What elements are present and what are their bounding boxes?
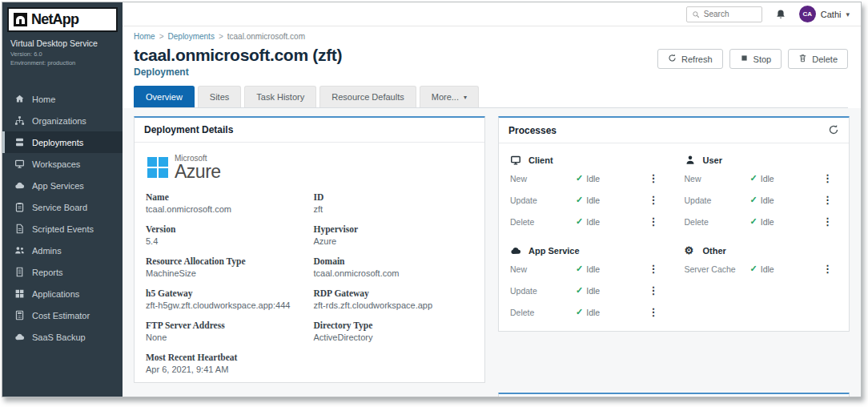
check-icon: ✓ (576, 264, 583, 274)
sidebar-item-app-services[interactable]: App Services (2, 175, 123, 196)
sidebar-item-label: Scripted Events (32, 224, 94, 234)
kebab-menu-icon[interactable]: ⋮ (644, 172, 664, 184)
chevron-down-icon: ▾ (846, 10, 850, 18)
kebab-menu-icon[interactable]: ⋮ (644, 263, 664, 275)
breadcrumb-separator: > (219, 32, 223, 41)
process-row: Update✓Idle⋮ (685, 194, 838, 206)
breadcrumb: Home > Deployments > tcaal.onmicrosoft.c… (134, 32, 848, 41)
process-group-app-service: App Service New✓Idle⋮ Update✓Idle⋮ Delet… (510, 242, 664, 328)
product-name: Virtual Desktop Service (2, 35, 123, 50)
kebab-menu-icon[interactable]: ⋮ (818, 263, 838, 275)
active-directory-group-panel: Active Directory Groupi Group Name None (498, 393, 850, 397)
kebab-menu-icon[interactable]: ⋮ (644, 216, 664, 228)
process-row: New✓Idle⋮ (685, 172, 838, 184)
field-version: Version5.4 (146, 224, 306, 246)
sidebar-item-applications[interactable]: Applications (2, 283, 123, 304)
deployment-details-title: Deployment Details (144, 124, 233, 135)
process-row: Delete✓Idle⋮ (510, 306, 664, 318)
page-header: Home > Deployments > tcaal.onmicrosoft.c… (123, 26, 861, 108)
refresh-button[interactable]: Refresh (657, 49, 723, 69)
tab-label: Sites (210, 92, 229, 102)
user-name: Cathi (821, 10, 842, 19)
processes-title: Processes (508, 125, 557, 136)
notifications-bell-icon[interactable] (775, 9, 786, 20)
cloud-icon (14, 332, 25, 342)
netapp-logo: NetApp (7, 7, 118, 32)
process-group-other: ⚙Other Server Cache✓Idle⋮ (685, 242, 838, 328)
process-row: Delete✓Idle⋮ (510, 216, 664, 228)
tab-overview[interactable]: Overview (134, 86, 195, 107)
tab-label: More... (432, 92, 459, 102)
field-rdp-gateway: RDP Gatewayzft-rds.zft.cloudworkspace.ap… (314, 288, 474, 310)
sidebar-item-label: Service Board (32, 203, 87, 212)
deployment-details-panel: Deployment Details Microsoft Azure Namet… (134, 116, 485, 383)
version-label: Version: 6.0 (2, 50, 123, 58)
sidebar-item-label: Admins (32, 246, 62, 256)
sidebar-item-admins[interactable]: Admins (2, 240, 123, 261)
processes-refresh-icon[interactable] (827, 124, 839, 136)
process-group-title: Client (528, 155, 553, 165)
refresh-icon (668, 54, 677, 64)
cloud-icon (14, 180, 25, 191)
page-subtitle: Deployment (134, 66, 342, 78)
gear-icon: ⚙ (685, 245, 696, 256)
process-group-title: Other (703, 246, 726, 256)
kebab-menu-icon[interactable]: ⋮ (644, 194, 664, 206)
stop-icon (740, 54, 749, 64)
user-menu[interactable]: CA Cathi ▾ (799, 6, 850, 22)
field-resource-allocation-type: Resource Allocation TypeMachineSize (146, 256, 306, 278)
process-row: Server Cache✓Idle⋮ (685, 263, 838, 275)
page-title: tcaal.onmicrosoft.com (zft) (134, 46, 342, 65)
tab-task-history[interactable]: Task History (244, 86, 316, 107)
process-row: New✓Idle⋮ (510, 172, 664, 184)
tab-sites[interactable]: Sites (198, 86, 241, 107)
tab-more[interactable]: More...▾ (420, 86, 479, 107)
kebab-menu-icon[interactable]: ⋮ (644, 284, 664, 296)
delete-label: Delete (812, 54, 838, 64)
organizations-icon (14, 115, 25, 126)
breadcrumb-deployments[interactable]: Deployments (168, 32, 215, 41)
breadcrumb-home[interactable]: Home (134, 32, 155, 41)
kebab-menu-icon[interactable]: ⋮ (644, 306, 664, 318)
cloud-icon (510, 245, 521, 256)
field-h5-gateway: h5 Gatewayzft-h5gw.zft.cloudworkspace.ap… (146, 288, 306, 310)
kebab-menu-icon[interactable]: ⋮ (818, 194, 838, 206)
topbar: CA Cathi ▾ (123, 2, 861, 26)
sidebar-item-organizations[interactable]: Organizations (2, 110, 123, 131)
sidebar-item-saas-backup[interactable]: SaaS Backup (2, 326, 123, 348)
process-row: Update✓Idle⋮ (510, 194, 664, 206)
page-actions: Refresh Stop Delete (657, 49, 848, 69)
processes-panel: Processes Client New✓Idle⋮ Update✓Idle⋮ … (498, 116, 850, 332)
sidebar-item-home[interactable]: Home (2, 88, 123, 110)
app-window: NetApp Virtual Desktop Service Version: … (2, 2, 862, 397)
avatar: CA (799, 6, 816, 22)
search-input[interactable] (704, 10, 760, 18)
check-icon: ✓ (750, 173, 757, 183)
kebab-menu-icon[interactable]: ⋮ (818, 172, 838, 184)
kebab-menu-icon[interactable]: ⋮ (818, 216, 838, 228)
refresh-label: Refresh (681, 54, 713, 64)
process-row: Update✓Idle⋮ (510, 284, 664, 296)
deployments-icon (14, 137, 25, 147)
field-ftp-server-address: FTP Server AddressNone (146, 320, 306, 342)
sidebar-item-cost-estimator[interactable]: Cost Estimator (2, 304, 123, 326)
sidebar-item-workspaces[interactable]: Workspaces (2, 153, 123, 175)
tab-resource-defaults[interactable]: Resource Defaults (319, 86, 416, 107)
sidebar-item-deployments[interactable]: Deployments (2, 131, 123, 153)
sidebar-item-label: Applications (32, 289, 79, 299)
sidebar-item-scripted-events[interactable]: Scripted Events (2, 218, 123, 240)
sidebar-item-label: Home (32, 95, 55, 104)
sidebar-item-reports[interactable]: Reports (2, 261, 123, 283)
check-icon: ✓ (576, 285, 583, 296)
sidebar-nav: Home Organizations Deployments Workspace… (2, 88, 123, 348)
environment-label: Environment: production (2, 58, 123, 67)
field-domain: Domaintcaal.onmicrosoft.com (314, 256, 474, 278)
field-directory-type: Directory TypeActiveDirectory (314, 320, 474, 342)
sidebar-item-service-board[interactable]: Service Board (2, 196, 123, 218)
stop-button[interactable]: Stop (729, 49, 782, 69)
check-icon: ✓ (750, 195, 757, 205)
sidebar-item-label: Reports (32, 268, 63, 277)
delete-button[interactable]: Delete (788, 49, 848, 69)
report-icon (14, 267, 25, 277)
chevron-down-icon: ▾ (464, 94, 467, 101)
